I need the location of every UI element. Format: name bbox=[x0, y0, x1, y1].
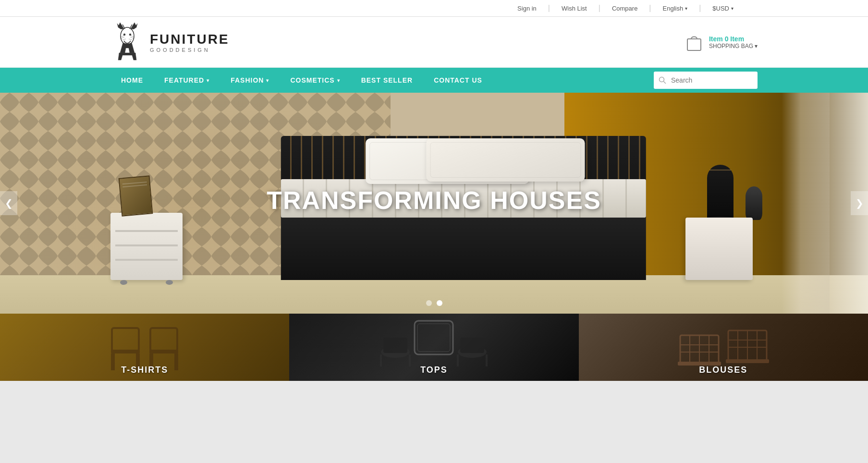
main-nav: HOME FEATURED ▾ FASHION ▾ COSMETICS ▾ BE… bbox=[0, 68, 868, 93]
page-wrapper: Sign in | Wish List | Compare | English … bbox=[0, 0, 868, 381]
svg-line-8 bbox=[130, 37, 134, 38]
logo-area[interactable]: FUNITURE GOODDESIGN bbox=[110, 22, 230, 62]
separator-2: | bbox=[599, 4, 600, 12]
cart-bag-icon bbox=[685, 32, 703, 52]
cart-items-count: Item 0 Item bbox=[709, 35, 758, 43]
separator-4: | bbox=[699, 4, 701, 12]
blouses-label: BLOUSES bbox=[693, 359, 753, 381]
brand-tagline: GOODDESIGN bbox=[150, 47, 230, 53]
category-row: T-SHIRTS TOPS bbox=[0, 314, 868, 381]
svg-rect-21 bbox=[150, 328, 177, 351]
nav-item-contact[interactable]: CONTACT US bbox=[423, 68, 493, 93]
slider-next-button[interactable]: ❯ bbox=[851, 191, 868, 215]
svg-rect-22 bbox=[415, 321, 453, 354]
currency-label: $USD bbox=[712, 5, 729, 12]
tshirts-label: T-SHIRTS bbox=[115, 359, 174, 381]
brand-name: FUNITURE bbox=[150, 32, 230, 47]
pillow-right bbox=[426, 138, 585, 182]
svg-line-13 bbox=[664, 82, 666, 84]
nightstand-right bbox=[685, 218, 753, 280]
nav-item-cosmetics[interactable]: COSMETICS ▾ bbox=[280, 68, 350, 93]
separator-1: | bbox=[548, 4, 550, 12]
svg-point-2 bbox=[121, 27, 134, 45]
cart-info: Item 0 Item SHOPPING BAG ▾ bbox=[709, 35, 758, 49]
site-header: FUNITURE GOODDESIGN Item 0 Item SHOPPING… bbox=[0, 17, 868, 68]
lamp-shade bbox=[707, 165, 734, 218]
cart-bag-label: SHOPPING BAG ▾ bbox=[709, 43, 758, 49]
currency-dropdown[interactable]: $USD ▾ bbox=[712, 5, 734, 12]
slider-dot-2[interactable] bbox=[437, 300, 442, 306]
slider-dot-1[interactable] bbox=[426, 300, 432, 306]
vase bbox=[746, 186, 762, 220]
svg-line-7 bbox=[130, 35, 134, 37]
cart-area[interactable]: Item 0 Item SHOPPING BAG ▾ bbox=[685, 32, 758, 52]
logo-text: FUNITURE GOODDESIGN bbox=[150, 32, 230, 53]
nightstand-drawer bbox=[115, 230, 178, 232]
svg-rect-25 bbox=[383, 338, 407, 353]
wishlist-link[interactable]: Wish List bbox=[562, 5, 587, 12]
cosmetics-arrow: ▾ bbox=[337, 78, 340, 83]
separator-3: | bbox=[649, 4, 651, 12]
svg-rect-23 bbox=[417, 324, 450, 352]
signin-link[interactable]: Sign in bbox=[517, 5, 537, 12]
fashion-arrow: ▾ bbox=[266, 78, 269, 83]
search-area bbox=[654, 72, 758, 89]
nightstand-left bbox=[110, 213, 183, 280]
svg-point-12 bbox=[660, 77, 664, 82]
nav-item-bestseller[interactable]: BEST SELLER bbox=[351, 68, 423, 93]
cart-dropdown-arrow: ▾ bbox=[755, 43, 758, 49]
nav-item-fashion[interactable]: FASHION ▾ bbox=[220, 68, 280, 93]
featured-arrow: ▾ bbox=[207, 78, 209, 83]
svg-rect-11 bbox=[687, 39, 701, 50]
deer-logo-icon bbox=[110, 22, 144, 62]
search-input[interactable] bbox=[671, 76, 758, 84]
language-label: English bbox=[663, 5, 684, 12]
category-card-tshirts[interactable]: T-SHIRTS bbox=[0, 314, 289, 381]
language-arrow: ▾ bbox=[685, 6, 687, 11]
hero-slide-text: TRANSFORMING HOUSES bbox=[267, 186, 601, 215]
nav-item-home[interactable]: HOME bbox=[110, 68, 154, 93]
compare-link[interactable]: Compare bbox=[612, 5, 637, 12]
floor-element bbox=[0, 275, 868, 314]
category-card-blouses[interactable]: BLOUSES bbox=[579, 314, 868, 381]
drape-right bbox=[782, 93, 830, 314]
svg-rect-17 bbox=[112, 328, 139, 351]
tops-label: TOPS bbox=[415, 359, 453, 381]
svg-rect-20 bbox=[174, 353, 178, 370]
svg-line-6 bbox=[121, 37, 124, 38]
category-card-tops[interactable]: TOPS bbox=[289, 314, 578, 381]
slider-prev-button[interactable]: ❮ bbox=[0, 191, 17, 215]
slider-dots bbox=[426, 300, 442, 306]
nav-links: HOME FEATURED ▾ FASHION ▾ COSMETICS ▾ BE… bbox=[110, 68, 493, 93]
svg-line-10 bbox=[129, 39, 132, 40]
bed-base bbox=[281, 215, 646, 280]
hero-slider: TRANSFORMING HOUSES ❮ ❯ bbox=[0, 93, 868, 314]
book-decor bbox=[119, 175, 153, 216]
currency-arrow: ▾ bbox=[731, 6, 734, 11]
language-dropdown[interactable]: English ▾ bbox=[663, 5, 688, 12]
search-icon bbox=[654, 76, 671, 84]
top-bar: Sign in | Wish List | Compare | English … bbox=[0, 0, 868, 17]
svg-line-5 bbox=[121, 35, 125, 37]
svg-rect-27 bbox=[460, 338, 484, 353]
svg-rect-15 bbox=[111, 353, 115, 370]
nav-item-featured[interactable]: FEATURED ▾ bbox=[154, 68, 220, 93]
svg-line-9 bbox=[122, 39, 126, 40]
